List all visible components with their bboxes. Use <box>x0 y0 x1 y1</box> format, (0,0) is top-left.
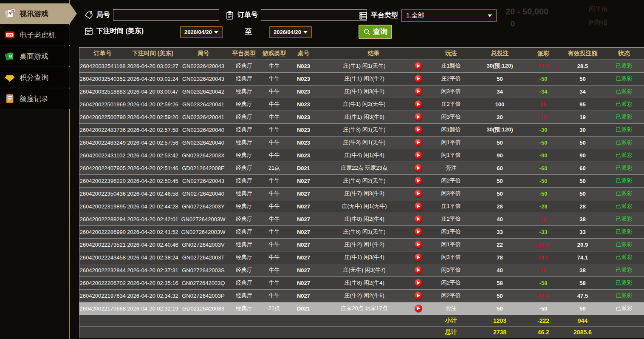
cell-table-no: N027 <box>288 213 320 225</box>
cell-game-no: GN02726420040 <box>180 187 227 200</box>
replay-button[interactable] <box>415 202 422 210</box>
cell-order-no: 260420022501969 <box>79 98 126 111</box>
date-from-picker[interactable]: 2026/04/20 <box>180 26 223 38</box>
replay-button[interactable] <box>415 164 422 172</box>
replay-button[interactable] <box>415 266 422 274</box>
table-row[interactable]: 2604200222328442026-04-20 02:37:31GN0272… <box>79 264 644 276</box>
search-button[interactable]: 查询 <box>359 25 392 39</box>
sidebar-item-label: 桌面游戏 <box>20 51 48 61</box>
cell-table-no: N023 <box>288 72 320 85</box>
cell-order-no: 260420022206702 <box>79 276 126 289</box>
grand-total-row: 总计273846.22085.6 <box>79 326 644 338</box>
replay-button[interactable] <box>415 100 422 108</box>
cell-bet-time: 2026-04-20 03:02:24 <box>126 72 180 85</box>
table-row[interactable]: 2604200224311022026-04-20 02:53:42GN0232… <box>79 149 644 162</box>
cell-platform: 经典厅 <box>227 200 261 213</box>
tag-icon <box>84 11 93 20</box>
cell-replay <box>409 174 428 187</box>
cell-valid-bet: 47.5 <box>562 289 604 302</box>
table-row[interactable]: 2604200223504362026-04-20 02:46:58GN0272… <box>79 187 644 200</box>
sidebar-item-credit-record[interactable]: 额度记录 <box>0 88 70 109</box>
cell-bet-time: 2026-04-20 02:59:20 <box>126 111 180 123</box>
table-row[interactable]: 2604200224832492026-04-20 02:57:56GN0232… <box>79 136 644 149</box>
cell-bet-time: 2026-04-20 02:57:58 <box>126 123 180 136</box>
cell-bet-time: 2026-04-20 02:46:58 <box>126 187 180 200</box>
replay-button[interactable] <box>415 305 422 312</box>
cell-game-no: GN02326420041 <box>180 111 227 123</box>
table-header-row: 订单号下注时间 (美东)局号平台类型游戏类型桌号结果玩法总投注派彩有效投注额状态 <box>79 47 644 60</box>
cell-payout: -34 <box>525 85 562 98</box>
svg-text:$: $ <box>10 55 11 57</box>
cell-result: 庄(牛3) 闲1(无牛) <box>320 123 409 136</box>
sidebar-item-slots[interactable]: 777 电子老虎机 <box>0 25 70 45</box>
table-row[interactable]: 2604200225019692026-04-20 02:59:26GN0232… <box>79 98 644 111</box>
table-row[interactable]: 2604200224079052026-04-20 02:51:46GD0212… <box>79 162 644 174</box>
replay-button[interactable] <box>415 228 422 236</box>
replay-button[interactable] <box>415 62 422 70</box>
table-row[interactable]: 2604200222434582026-04-20 02:38:24GN0272… <box>79 251 644 264</box>
date-to-picker[interactable]: 2026/04/20 <box>269 26 312 38</box>
play-icon <box>417 141 420 144</box>
cell-total-bet: 33 <box>475 225 525 238</box>
table-row[interactable]: 2604200325188832026-04-20 03:00:47GN0232… <box>79 85 644 98</box>
table-row[interactable]: 2604200225007902026-04-20 02:59:20GN0232… <box>79 111 644 123</box>
cell-result: 庄(牛8) 闲2(牛4) <box>320 213 409 225</box>
replay-button[interactable] <box>415 254 422 261</box>
table-row[interactable]: 2604200222882942026-04-20 02:42:01GN0272… <box>79 213 644 225</box>
sum-valid-bet: 944 <box>562 315 604 326</box>
replay-button[interactable] <box>415 113 422 121</box>
cell-game-no: GN02326420040 <box>180 136 227 149</box>
sidebar-item-table-games[interactable]: $ 桌面游戏 <box>0 46 70 66</box>
cell-play-type: 闲1平倍 <box>428 136 475 149</box>
table-row[interactable]: 2604200223198952026-04-20 02:44:28GN0272… <box>79 200 644 213</box>
play-icon <box>417 128 420 131</box>
table-row[interactable]: 2604200325403522026-04-20 03:02:24GN0232… <box>79 72 644 85</box>
cell-order-no: 260420022286990 <box>79 225 126 238</box>
table-row[interactable]: 2604200221706682026-04-20 02:32:19GD0212… <box>79 302 644 315</box>
cell-order-no: 260420022232844 <box>79 264 126 276</box>
play-icon <box>417 77 420 80</box>
replay-button[interactable] <box>415 177 422 185</box>
cell-game-type: 牛牛 <box>261 136 288 149</box>
date-from-value: 2026/04/20 <box>184 29 212 35</box>
table-row[interactable]: 2604200222067022026-04-20 02:35:16GN0272… <box>79 276 644 289</box>
replay-button[interactable] <box>415 88 422 95</box>
play-icon <box>417 192 420 195</box>
cell-order-no: 260420022273521 <box>79 238 126 251</box>
table-row[interactable]: 2604200223962202026-04-20 02:50:45GN0272… <box>79 174 644 187</box>
table-row[interactable]: 2604200222735212026-04-20 02:40:46GN0272… <box>79 238 644 251</box>
table-row[interactable]: 2604200222869902026-04-20 02:41:52GN0272… <box>79 225 644 238</box>
sidebar-item-points-query[interactable]: 积分查询 <box>0 67 70 88</box>
round-no-input[interactable] <box>113 9 219 21</box>
replay-button[interactable] <box>415 241 422 248</box>
cell-order-no: 260420022170668 <box>79 302 126 315</box>
cell-order-no: 260420022396220 <box>79 174 126 187</box>
replay-button[interactable] <box>415 139 422 146</box>
table-row[interactable]: 2604200325411682026-04-20 03:02:27GN0232… <box>79 60 644 72</box>
cell-valid-bet: 34 <box>562 85 604 98</box>
cell-play-type: 闲1平倍 <box>428 225 475 238</box>
cell-game-type: 牛牛 <box>261 264 288 276</box>
cell-table-no: N027 <box>288 289 320 302</box>
replay-button[interactable] <box>415 126 422 134</box>
play-icon <box>417 243 420 246</box>
cell-replay <box>409 251 428 264</box>
replay-button[interactable] <box>415 215 422 223</box>
replay-button[interactable] <box>415 151 422 159</box>
cell-total-bet: 20 <box>475 111 525 123</box>
sidebar-item-video-games[interactable]: ♥ 9 视讯游戏 <box>0 3 77 24</box>
cell-platform: 经典厅 <box>227 238 261 251</box>
cell-game-no: GN0272642003W <box>180 213 227 225</box>
platform-type-select[interactable]: 1.全部 <box>401 9 497 22</box>
order-no-input[interactable] <box>261 9 367 21</box>
cell-result: 庄家22点 玩家23点 <box>320 162 409 174</box>
chevron-down-icon <box>214 31 218 34</box>
replay-button[interactable] <box>415 190 422 197</box>
cell-game-no: GN0272642003S <box>180 264 227 276</box>
chevron-down-icon <box>488 14 492 17</box>
table-row[interactable]: 2604200224837362026-04-20 02:57:58GN0232… <box>79 123 644 136</box>
replay-button[interactable] <box>415 75 422 83</box>
replay-button[interactable] <box>415 279 422 287</box>
replay-button[interactable] <box>415 292 422 299</box>
table-row[interactable]: 2604200221976342026-04-20 02:34:32GN0272… <box>79 289 644 302</box>
